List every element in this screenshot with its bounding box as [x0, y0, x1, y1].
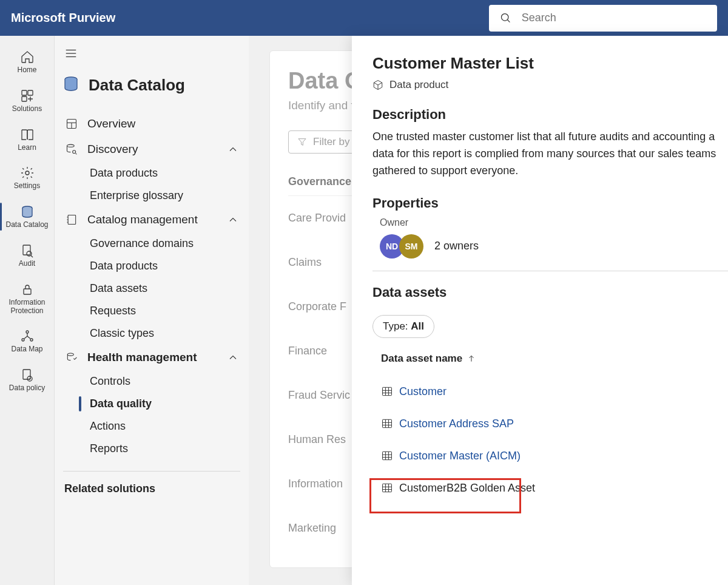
search-icon — [500, 12, 512, 25]
nav-data-quality[interactable]: Data quality — [61, 393, 243, 415]
table-icon — [381, 418, 393, 430]
search-box[interactable] — [489, 5, 717, 32]
top-bar: Microsoft Purview — [0, 0, 728, 36]
owners-row: ND SM 2 owners — [372, 234, 728, 259]
data-asset-row[interactable]: Customer Master (AICM) — [372, 440, 728, 472]
nav-gov-domains[interactable]: Governance domains — [61, 232, 243, 255]
panel-data-assets-heading: Data assets — [372, 285, 728, 300]
avatar: SM — [399, 234, 423, 259]
rail-home[interactable]: Home — [3, 47, 52, 77]
gear-icon — [20, 166, 35, 180]
table-icon — [381, 450, 393, 462]
rail-learn[interactable]: Learn — [3, 124, 52, 155]
svg-marker-29 — [298, 139, 306, 146]
panel-description: One trusted master customer list that al… — [372, 129, 728, 180]
nav-actions[interactable]: Actions — [61, 415, 243, 438]
nav-discovery-enterprise-glossary[interactable]: Enterprise glossary — [61, 184, 243, 207]
svg-rect-24 — [68, 215, 76, 225]
panel-description-heading: Description — [372, 107, 728, 123]
health-db-icon — [66, 351, 78, 364]
map-icon — [20, 329, 35, 343]
svg-rect-41 — [383, 452, 392, 460]
secondary-nav: Data Catalog Overview Discovery Data pro… — [55, 36, 249, 585]
nav-classic-types[interactable]: Classic types — [61, 322, 243, 345]
brand-label: Microsoft Purview — [11, 11, 115, 25]
nav-health-mgmt[interactable]: Health management — [61, 345, 243, 370]
hamburger-button[interactable] — [61, 47, 243, 63]
svg-rect-3 — [28, 90, 33, 95]
filter-icon — [297, 137, 307, 147]
rail-info-protection[interactable]: Information Protection — [3, 279, 52, 318]
panel-type-row: Data product — [372, 79, 728, 91]
db-search-icon — [66, 143, 78, 155]
nav-discovery[interactable]: Discovery — [61, 137, 243, 162]
owner-avatars[interactable]: ND SM — [380, 234, 423, 259]
svg-point-12 — [30, 339, 33, 341]
left-rail: Home Solutions Learn Settings Data Catal… — [0, 36, 55, 585]
rail-data-catalog[interactable]: Data Catalog — [3, 201, 52, 232]
hamburger-icon — [64, 47, 78, 60]
rail-data-policy[interactable]: Data policy — [3, 365, 52, 395]
table-icon — [381, 482, 393, 494]
data-asset-link[interactable]: Customer Master (AICM) — [399, 450, 521, 462]
data-asset-link[interactable]: Customer Address SAP — [399, 418, 514, 430]
nav-divider — [63, 471, 240, 472]
panel-divider — [372, 271, 728, 271]
notebook-icon — [66, 214, 78, 226]
audit-icon — [20, 243, 35, 258]
database-icon — [62, 75, 80, 93]
svg-rect-4 — [22, 96, 27, 101]
nav-related-solutions[interactable]: Related solutions — [61, 482, 243, 495]
nav-requests[interactable]: Requests — [61, 300, 243, 322]
grid-icon — [20, 89, 35, 103]
panel-title: Customer Master List — [372, 54, 728, 73]
nav-catalog-mgmt[interactable]: Catalog management — [61, 207, 243, 232]
nav-title-row: Data Catalog — [61, 75, 243, 95]
chevron-up-icon — [227, 351, 239, 364]
data-asset-row[interactable]: Customer — [372, 376, 728, 408]
svg-point-5 — [25, 171, 29, 175]
search-input[interactable] — [522, 12, 706, 24]
nav-data-products[interactable]: Data products — [61, 255, 243, 277]
svg-point-23 — [73, 150, 76, 154]
rail-solutions[interactable]: Solutions — [3, 86, 52, 116]
data-asset-link[interactable]: Customer — [399, 385, 447, 398]
rail-data-map[interactable]: Data Map — [3, 326, 52, 356]
nav-data-assets[interactable]: Data assets — [61, 277, 243, 300]
owner-label: Owner — [372, 217, 728, 228]
database-icon — [20, 205, 35, 219]
detail-panel: Customer Master List Data product Descri… — [352, 36, 728, 585]
lock-icon — [20, 282, 35, 297]
layout-icon — [66, 118, 78, 130]
policy-icon — [20, 368, 35, 382]
type-filter-chip[interactable]: Type: All — [372, 315, 434, 338]
rail-audit[interactable]: Audit — [3, 240, 52, 271]
svg-point-11 — [22, 339, 24, 341]
data-asset-name-header[interactable]: Data asset name — [372, 353, 728, 365]
table-icon — [381, 385, 393, 397]
panel-properties-heading: Properties — [372, 195, 728, 211]
chevron-up-icon — [227, 143, 239, 155]
data-asset-row[interactable]: CustomerB2B Golden Asset — [372, 472, 728, 504]
nav-title: Data Catalog — [89, 76, 185, 95]
nav-reports[interactable]: Reports — [61, 438, 243, 460]
svg-point-8 — [27, 251, 32, 256]
chevron-up-icon — [227, 214, 239, 226]
data-asset-row[interactable]: Customer Address SAP — [372, 408, 728, 440]
svg-point-10 — [26, 331, 29, 333]
svg-rect-36 — [383, 420, 392, 428]
svg-point-0 — [501, 13, 508, 20]
nav-overview[interactable]: Overview — [61, 111, 243, 137]
svg-point-28 — [67, 353, 73, 356]
nav-controls[interactable]: Controls — [61, 370, 243, 393]
rail-settings[interactable]: Settings — [3, 163, 52, 193]
svg-rect-46 — [383, 484, 392, 492]
book-icon — [20, 127, 35, 142]
filter-button[interactable]: Filter by — [288, 130, 359, 154]
data-asset-link[interactable]: CustomerB2B Golden Asset — [399, 482, 535, 495]
owner-count: 2 owners — [434, 240, 479, 252]
sort-asc-icon — [467, 354, 476, 363]
svg-rect-13 — [23, 370, 30, 379]
nav-discovery-data-products[interactable]: Data products — [61, 162, 243, 184]
svg-rect-2 — [22, 90, 27, 95]
